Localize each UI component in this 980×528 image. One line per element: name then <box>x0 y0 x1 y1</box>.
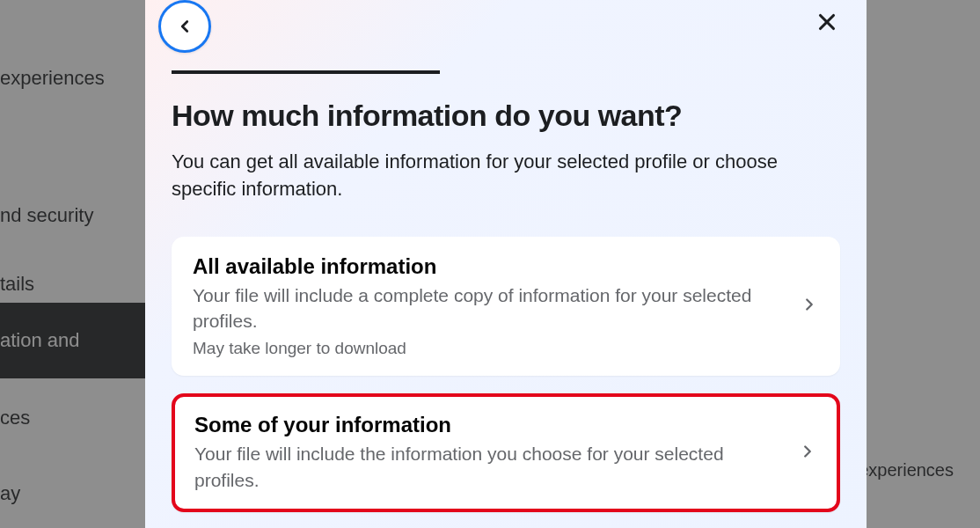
chevron-left-icon <box>175 17 194 36</box>
option-all-information[interactable]: All available information Your file will… <box>172 237 840 377</box>
option-content: Some of your information Your file will … <box>194 413 780 493</box>
modal-content: How much information do you want? You ca… <box>145 57 867 528</box>
close-button[interactable] <box>809 4 845 40</box>
chevron-right-icon <box>800 295 819 318</box>
option-content: All available information Your file will… <box>193 254 782 359</box>
modal-description: You can get all available information fo… <box>172 149 840 203</box>
modal-title: How much information do you want? <box>172 99 840 133</box>
modal-header <box>145 0 867 57</box>
option-note: May take longer to download <box>193 339 782 358</box>
info-amount-modal: How much information do you want? You ca… <box>145 0 867 528</box>
option-title: All available information <box>193 254 782 279</box>
close-icon <box>814 9 840 35</box>
option-some-information[interactable]: Some of your information Your file will … <box>172 393 840 512</box>
option-description: Your file will include a complete copy o… <box>193 282 782 334</box>
chevron-right-icon <box>798 442 817 465</box>
option-title: Some of your information <box>194 413 780 437</box>
back-button[interactable] <box>158 0 211 53</box>
option-description: Your file will include the information y… <box>194 441 780 493</box>
progress-indicator <box>172 70 440 74</box>
